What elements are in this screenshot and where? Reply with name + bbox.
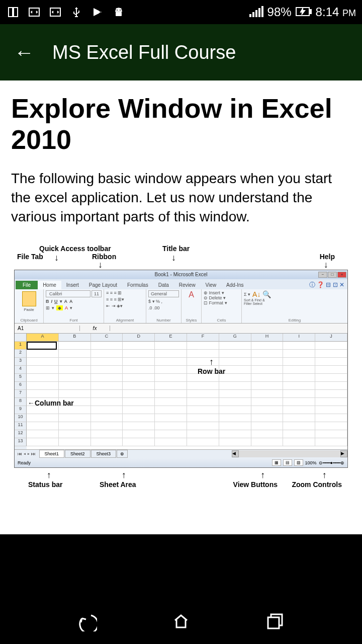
label-column-bar: ←Column bar [28, 399, 74, 407]
close-icon: × [337, 272, 346, 278]
sheet-tab-3: Sheet3 [91, 450, 117, 458]
svg-rect-8 [310, 10, 311, 14]
excel-window: Book1 - Microsoft Excel − □ × File Home … [14, 270, 348, 468]
dev-icon-2 [48, 5, 62, 19]
tab-review: Review [174, 281, 201, 289]
sheet-tab-2: Sheet2 [65, 450, 90, 458]
app-header: ← MS Excel Full Course [0, 24, 362, 80]
home-nav-button[interactable] [170, 610, 192, 632]
intro-paragraph: The following basic window appears when … [11, 169, 351, 226]
formula-bar: A1 fx [15, 324, 347, 334]
label-view-buttons: ↑View Buttons [233, 470, 278, 489]
name-box: A1 [15, 326, 80, 331]
label-title-bar: Title bar↓ [162, 245, 190, 253]
ribbon-tabs: File Home Insert Page Layout Formulas Da… [15, 279, 347, 289]
file-tab: File [16, 281, 38, 289]
svg-rect-6 [116, 12, 122, 16]
tab-data: Data [153, 281, 174, 289]
view-break-icon: ▧ [294, 459, 303, 466]
android-status-bar: 98% 8:14 PM [0, 0, 362, 24]
help-icon: ⓘ ❓ ⊟ ⊡ ✕ [309, 281, 347, 289]
svg-point-5 [120, 10, 121, 11]
excel-titlebar: Book1 - Microsoft Excel − □ × [15, 270, 347, 279]
row-headers: 1 2 3 4 5 6 7 8 9 10 11 12 13 [15, 334, 27, 449]
tab-addins: Add-Ins [221, 281, 248, 289]
svg-rect-9 [268, 617, 279, 628]
excel-diagram: File Tab Quick Access toolbar↓ Ribbon↓ T… [11, 245, 351, 495]
selected-cell [27, 342, 57, 350]
minimize-icon: − [318, 272, 327, 278]
maximize-icon: □ [328, 272, 337, 278]
view-normal-icon: ▦ [272, 459, 281, 466]
label-help: Help↓ [320, 253, 335, 261]
app-title: MS Excel Full Course [52, 42, 236, 63]
usb-icon [69, 5, 83, 19]
page-heading: Explore Window in Excel 2010 [11, 93, 351, 155]
label-sheet-area: ↑Sheet Area [100, 470, 136, 489]
svg-point-4 [117, 10, 118, 11]
recent-nav-button[interactable] [264, 610, 286, 632]
clock-time: 8:14 PM [316, 5, 356, 19]
battery-icon [296, 5, 312, 19]
label-zoom-controls: ↑Zoom Controls [292, 470, 342, 489]
android-icon [112, 5, 126, 19]
tab-view: View [201, 281, 222, 289]
tab-formulas: Formulas [122, 281, 153, 289]
label-status-bar: ↑Status bar [28, 470, 62, 489]
android-nav-bar [0, 599, 362, 644]
back-nav-button[interactable] [76, 610, 98, 632]
grid-area: 1 2 3 4 5 6 7 8 9 10 11 12 13 A [15, 334, 347, 449]
label-file-tab: File Tab [17, 253, 43, 261]
content-area: Explore Window in Excel 2010 The followi… [0, 80, 362, 534]
tab-insert: Insert [61, 281, 84, 289]
paste-icon [22, 291, 36, 306]
play-icon [90, 5, 105, 19]
view-layout-icon: ▤ [283, 459, 292, 466]
label-ribbon: Ribbon↓ [92, 253, 116, 261]
label-row-bar: ↑Row bar [198, 357, 225, 375]
dev-icon [27, 5, 41, 19]
label-quick-access: Quick Access toolbar↓ [39, 245, 111, 253]
excel-statusbar: Ready ▦ ▤ ▧ 100% ⊖━━━●━━━⊕ [15, 458, 347, 467]
sheet-tabs: ⏮ ◀ ▶ ⏭ Sheet1 Sheet2 Sheet3 ⊕ ◀▶ [15, 449, 347, 458]
battery-pct: 98% [267, 5, 292, 19]
svg-rect-0 [9, 8, 13, 17]
svg-rect-1 [14, 8, 18, 17]
ribbon: Paste Clipboard Calibri11 BIU▾AA ⊞▾◆A▾ F… [15, 289, 347, 324]
multiwindow-icon [6, 5, 20, 19]
fx-icon: fx [80, 326, 110, 331]
sheet-tab-1: Sheet1 [39, 450, 65, 458]
tab-home: Home [38, 281, 61, 289]
column-headers: A B C D E F G H I J [27, 334, 347, 342]
signal-icon [249, 7, 263, 17]
back-button[interactable]: ← [14, 41, 34, 64]
tab-page-layout: Page Layout [84, 281, 122, 289]
